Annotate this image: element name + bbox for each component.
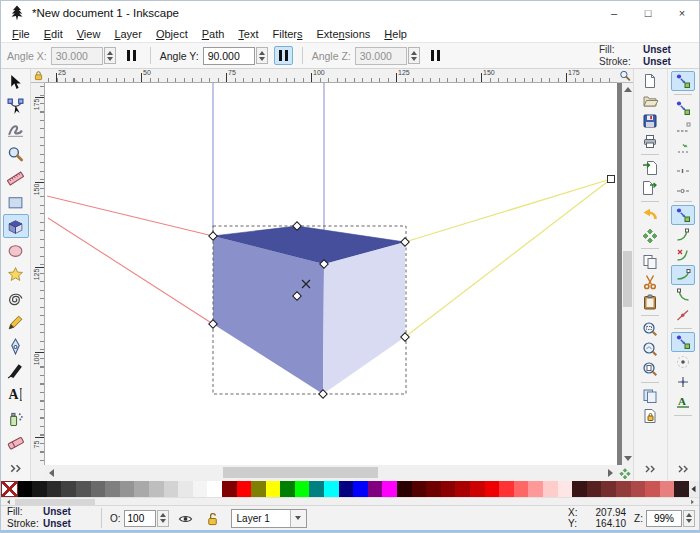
palette-swatch[interactable] (237, 481, 252, 497)
sticky-zoom-icon[interactable] (617, 69, 633, 83)
zoom-input[interactable] (646, 510, 682, 527)
palette-swatch[interactable] (514, 481, 529, 497)
horizontal-ruler[interactable]: 255075100125150175 (45, 69, 617, 83)
palette-swatch[interactable] (134, 481, 149, 497)
palette-swatch[interactable] (485, 481, 500, 497)
palette-swatch[interactable] (353, 481, 368, 497)
measure-tool[interactable] (3, 166, 29, 190)
pen-tool[interactable] (3, 334, 29, 358)
palette-swatch[interactable] (61, 481, 76, 497)
palette-swatch[interactable] (32, 481, 47, 497)
snap-bbox-toggle[interactable] (671, 98, 695, 118)
snap-smooth-nodes-toggle[interactable] (671, 285, 695, 305)
tweak-tool[interactable] (3, 118, 29, 142)
horizontal-scrollbar[interactable] (45, 465, 617, 481)
palette-swatch[interactable] (309, 481, 324, 497)
palette-swatch[interactable] (558, 481, 573, 497)
box-3d-tool[interactable] (3, 214, 29, 238)
palette-swatch[interactable] (426, 481, 441, 497)
palette-swatch[interactable] (645, 481, 660, 497)
snap-object-centers-toggle[interactable] (671, 352, 695, 372)
palette-scroll-right-icon[interactable] (687, 498, 697, 506)
palette-swatch[interactable] (572, 481, 587, 497)
scroll-down-icon[interactable] (622, 452, 633, 465)
3d-box[interactable] (213, 226, 405, 394)
redo-button[interactable] (638, 225, 662, 245)
palette-swatch[interactable] (601, 481, 616, 497)
text-tool[interactable]: A (3, 382, 29, 406)
menu-extensions[interactable]: Extensions (310, 28, 378, 40)
palette-swatch[interactable] (543, 481, 558, 497)
palette-swatch[interactable] (528, 481, 543, 497)
palette-swatch[interactable] (470, 481, 485, 497)
fill-stroke-indicator[interactable]: Fill: Unset Stroke: Unset (7, 506, 91, 530)
palette-swatch[interactable] (105, 481, 120, 497)
eraser-tool[interactable] (3, 430, 29, 454)
palette-swatch[interactable] (178, 481, 193, 497)
palette-swatch[interactable] (382, 481, 397, 497)
vanishing-point-handle[interactable] (608, 176, 615, 183)
save-button[interactable] (638, 111, 662, 131)
snap-rotation-centers-toggle[interactable] (671, 372, 695, 392)
layer-select[interactable]: Layer 1 (231, 509, 307, 528)
palette-swatch[interactable] (368, 481, 383, 497)
palette-swatch[interactable] (193, 481, 208, 497)
snap-enable-toggle[interactable] (671, 71, 695, 91)
snap-text-baseline-toggle[interactable]: A (671, 392, 695, 412)
palette-swatch[interactable] (207, 481, 222, 497)
snap-overflow[interactable] (671, 459, 695, 479)
titlebar[interactable]: *New document 1 - Inkscape – □ × (1, 1, 699, 25)
duplicate-button[interactable] (638, 386, 662, 406)
menu-path[interactable]: Path (195, 28, 232, 40)
vertical-ruler[interactable]: 17515012510075 (31, 83, 45, 465)
palette-scroll-thumb[interactable] (15, 499, 95, 505)
snap-bbox-centers-toggle[interactable] (671, 178, 695, 198)
box-side-face[interactable] (323, 242, 405, 394)
palette-swatch[interactable] (47, 481, 62, 497)
toolbox-overflow[interactable] (3, 456, 29, 480)
maximize-button[interactable]: □ (631, 1, 665, 25)
palette-swatch[interactable] (397, 481, 412, 497)
selector-tool[interactable] (3, 70, 29, 94)
scroll-right-icon[interactable] (604, 465, 617, 481)
print-button[interactable] (638, 131, 662, 151)
snap-cusp-nodes-toggle[interactable] (671, 265, 695, 285)
minimize-button[interactable]: – (597, 1, 631, 25)
vp-z-toggle[interactable] (426, 46, 445, 65)
layer-visibility-eye-icon[interactable] (176, 509, 196, 527)
undo-button[interactable] (638, 205, 662, 225)
palette-swatch[interactable] (631, 481, 646, 497)
vertical-scrollbar[interactable] (617, 83, 633, 465)
zoom-spinner[interactable] (683, 510, 695, 527)
paste-button[interactable] (638, 292, 662, 312)
snap-nodes-toggle[interactable] (671, 205, 695, 225)
vp-x-toggle[interactable] (122, 46, 141, 65)
opacity-spinner[interactable] (157, 510, 169, 527)
pencil-tool[interactable] (3, 310, 29, 334)
angle-y-input[interactable] (203, 47, 255, 65)
palette-swatch[interactable] (18, 481, 33, 497)
copy-button[interactable] (638, 252, 662, 272)
import-button[interactable] (638, 158, 662, 178)
layer-lock-icon[interactable] (203, 509, 223, 527)
palette-swatch[interactable] (164, 481, 179, 497)
palette-swatch[interactable] (76, 481, 91, 497)
zoom-tool[interactable] (3, 142, 29, 166)
horizontal-scroll-thumb[interactable] (223, 467, 378, 478)
palette-swatch-none[interactable] (1, 481, 18, 497)
snap-others-toggle[interactable] (671, 332, 695, 352)
palette-swatch[interactable] (266, 481, 281, 497)
cut-button[interactable] (638, 272, 662, 292)
snap-path-toggle[interactable] (671, 225, 695, 245)
export-button[interactable] (638, 178, 662, 198)
zoom-page-button[interactable] (638, 359, 662, 379)
menu-edit[interactable]: Edit (37, 28, 70, 40)
palette-overflow-icon[interactable] (689, 481, 699, 497)
palette-swatch[interactable] (222, 481, 237, 497)
menu-view[interactable]: View (70, 28, 108, 40)
snap-bbox-corners-toggle[interactable] (671, 138, 695, 158)
palette-scrollbar[interactable] (1, 497, 699, 505)
menu-file[interactable]: File (5, 28, 37, 40)
spiral-tool[interactable] (3, 286, 29, 310)
angle-z-input[interactable] (355, 47, 407, 65)
